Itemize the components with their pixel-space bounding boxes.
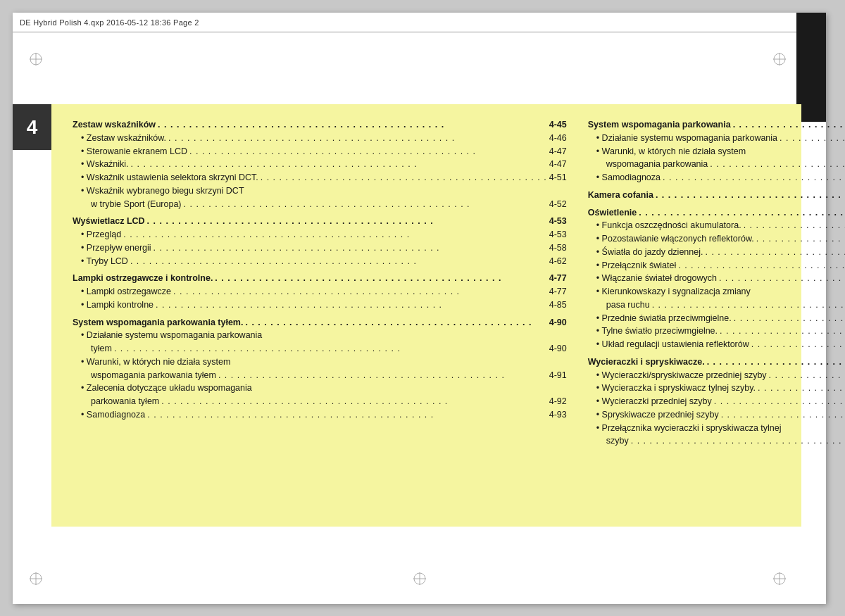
toc-dots: . . . . . . . . . . . . . . . . . . . . … bbox=[243, 316, 549, 329]
reg-mark-bottom-right bbox=[772, 571, 787, 586]
toc-label: • Pozostawianie włączonych reflektorów. bbox=[596, 232, 754, 246]
toc-label: • Wskaźnik ustawienia selektora skrzyni … bbox=[81, 171, 258, 184]
toc-label: • Zestaw wskaźników. bbox=[81, 132, 166, 145]
toc-entry: • Wskaźnik ustawienia selektora skrzyni … bbox=[73, 171, 567, 184]
toc-entry: • Sterowanie ekranem LCD. . . . . . . . … bbox=[73, 145, 567, 158]
toc-page: 4-45 bbox=[549, 118, 567, 132]
toc-label: • Przełącznika wycieraczki i spryskiwacz… bbox=[596, 422, 782, 435]
toc-dots: . . . . . . . . . . . . . . . . . . . . … bbox=[213, 272, 549, 285]
toc-label: • Zalecenia dotyczące układu wspomagania bbox=[81, 382, 252, 395]
toc-entry: • Przełącznika wycieraczki i spryskiwacz… bbox=[588, 422, 845, 435]
toc-label: • Wskaźnik wybranego biegu skrzyni DCT bbox=[81, 184, 244, 198]
right-column: System wspomagania parkowania. . . . . .… bbox=[588, 118, 845, 513]
toc-dots: . . . . . . . . . . . . . . . . . . . . … bbox=[159, 395, 549, 408]
toc-entry: tyłem. . . . . . . . . . . . . . . . . .… bbox=[73, 342, 567, 356]
toc-label: • Wycieraczki/spryskiwacze przedniej szy… bbox=[596, 369, 767, 382]
toc-dots: . . . . . . . . . . . . . . . . . . . . … bbox=[708, 158, 845, 171]
toc-entry: Wycieraczki i spryskiwacze.. . . . . . .… bbox=[588, 356, 845, 369]
toc-dots: . . . . . . . . . . . . . . . . . . . . … bbox=[718, 325, 845, 338]
toc-label: Zestaw wskaźników bbox=[73, 118, 156, 132]
chapter-number: 4 bbox=[27, 116, 38, 139]
toc-label: • Tryby LCD bbox=[81, 255, 128, 268]
header-bar: DE Hybrid Polish 4.qxp 2016-05-12 18:36 … bbox=[13, 13, 826, 32]
toc-page: 4-90 bbox=[549, 342, 567, 356]
toc-label: parkowania tyłem bbox=[91, 395, 159, 408]
toc-entry: • Tylne światło przeciwmgielne.. . . . .… bbox=[588, 325, 845, 338]
toc-entry: parkowania tyłem. . . . . . . . . . . . … bbox=[73, 395, 567, 408]
toc-dots: . . . . . . . . . . . . . . . . . . . . … bbox=[112, 342, 549, 356]
toc-dots: . . . . . . . . . . . . . . . . . . . . … bbox=[719, 408, 845, 422]
toc-page: 4-46 bbox=[549, 132, 567, 145]
left-column: Zestaw wskaźników. . . . . . . . . . . .… bbox=[73, 118, 567, 513]
toc-entry: Oświetlenie. . . . . . . . . . . . . . .… bbox=[588, 206, 845, 220]
toc-page: 4-90 bbox=[549, 316, 567, 329]
toc-label: • Funkcja oszczędności akumulatora. bbox=[596, 219, 741, 232]
toc-dots: . . . . . . . . . . . . . . . . . . . . … bbox=[653, 189, 845, 202]
toc-dots: . . . . . . . . . . . . . . . . . . . . … bbox=[145, 215, 549, 228]
toc-dots: . . . . . . . . . . . . . . . . . . . . … bbox=[676, 259, 845, 272]
toc-entry: szyby. . . . . . . . . . . . . . . . . .… bbox=[588, 434, 845, 448]
toc-label: • Przepływ energii bbox=[81, 241, 151, 255]
toc-entry: • Wycieraczka i spryskiwacz tylnej szyby… bbox=[588, 382, 845, 395]
toc-dots: . . . . . . . . . . . . . . . . . . . . … bbox=[637, 206, 845, 220]
toc-label: • Warunki, w których nie działa system bbox=[81, 356, 230, 369]
page: DE Hybrid Polish 4.qxp 2016-05-12 18:36 … bbox=[13, 13, 826, 604]
toc-page: 4-53 bbox=[549, 228, 567, 241]
toc-label: • Kierunkowskazy i sygnalizacja zmiany bbox=[596, 285, 751, 298]
toc-dots: . . . . . . . . . . . . . . . . . . . . … bbox=[754, 232, 845, 246]
header-text: DE Hybrid Polish 4.qxp 2016-05-12 18:36 … bbox=[20, 18, 199, 27]
toc-dots: . . . . . . . . . . . . . . . . . . . . … bbox=[705, 356, 845, 369]
toc-entry: System wspomagania parkowania. . . . . .… bbox=[588, 118, 845, 132]
toc-entry: Zestaw wskaźników. . . . . . . . . . . .… bbox=[73, 118, 567, 132]
toc-dots: . . . . . . . . . . . . . . . . . . . . … bbox=[717, 272, 845, 285]
toc-entry: • Zalecenia dotyczące układu wspomagania bbox=[73, 382, 567, 395]
toc-page: 4-77 bbox=[549, 285, 567, 298]
toc-entry: • Lampki ostrzegawcze. . . . . . . . . .… bbox=[73, 285, 567, 298]
toc-entry: w trybie Sport (Europa). . . . . . . . .… bbox=[73, 198, 567, 211]
toc-entry: • Funkcja oszczędności akumulatora.. . .… bbox=[588, 219, 845, 232]
toc-dots: . . . . . . . . . . . . . . . . . . . . … bbox=[156, 118, 549, 132]
toc-entry: • Działanie systemu wspomagania parkowan… bbox=[73, 329, 567, 342]
toc-entry: • Wskaźnik wybranego biegu skrzyni DCT bbox=[73, 184, 567, 198]
toc-entry: wspomagania parkowania. . . . . . . . . … bbox=[588, 158, 845, 171]
toc-entry: Lampki ostrzegawcze i kontrolne.. . . . … bbox=[73, 272, 567, 285]
toc-page: 4-47 bbox=[549, 145, 567, 158]
reg-mark-bottom-center bbox=[412, 571, 427, 586]
toc-label: Oświetlenie bbox=[588, 206, 637, 220]
toc-label: System wspomagania parkowania tyłem. bbox=[73, 316, 243, 329]
toc-entry: System wspomagania parkowania tyłem.. . … bbox=[73, 316, 567, 329]
toc-label: wspomagania parkowania tyłem bbox=[91, 369, 216, 382]
toc-dots: . . . . . . . . . . . . . . . . . . . . … bbox=[145, 408, 549, 422]
toc-label: • Samodiagnoza bbox=[596, 171, 661, 184]
toc-dots: . . . . . . . . . . . . . . . . . . . . … bbox=[703, 246, 845, 259]
toc-entry: • Samodiagnoza. . . . . . . . . . . . . … bbox=[588, 171, 845, 184]
toc-page: 4-62 bbox=[549, 255, 567, 268]
chapter-tab: 4 bbox=[13, 104, 51, 150]
toc-label: tyłem bbox=[91, 342, 112, 356]
toc-label: • Warunki, w których nie działa system bbox=[596, 145, 746, 158]
toc-label: pasa ruchu bbox=[606, 298, 650, 312]
toc-entry: • Lampki kontrolne. . . . . . . . . . . … bbox=[73, 298, 567, 312]
toc-dots: . . . . . . . . . . . . . . . . . . . . … bbox=[216, 369, 549, 382]
toc-label: • Przegląd bbox=[81, 228, 121, 241]
toc-label: • Wskaźniki. bbox=[81, 158, 129, 171]
toc-label: szyby bbox=[606, 434, 629, 448]
toc-label: • Lampki kontrolne bbox=[81, 298, 154, 312]
toc-entry: • Samodiagnoza. . . . . . . . . . . . . … bbox=[73, 408, 567, 422]
toc-label: • Wycieraczki przedniej szyby bbox=[596, 395, 712, 408]
toc-page: 4-47 bbox=[549, 158, 567, 171]
toc-label: • Samodiagnoza bbox=[81, 408, 145, 422]
toc-page: 4-58 bbox=[549, 241, 567, 255]
toc-label: wspomagania parkowania bbox=[606, 158, 708, 171]
toc-dots: . . . . . . . . . . . . . . . . . . . . … bbox=[128, 255, 549, 268]
toc-dots: . . . . . . . . . . . . . . . . . . . . … bbox=[258, 171, 549, 184]
toc-page: 4-51 bbox=[549, 171, 567, 184]
toc-label: • Przełącznik świateł bbox=[596, 259, 676, 272]
toc-entry: • Pozostawianie włączonych reflektorów..… bbox=[588, 232, 845, 246]
toc-dots: . . . . . . . . . . . . . . . . . . . . … bbox=[151, 241, 549, 255]
toc-label: Lampki ostrzegawcze i kontrolne. bbox=[73, 272, 213, 285]
toc-entry: wspomagania parkowania tyłem. . . . . . … bbox=[73, 369, 567, 382]
columns: Zestaw wskaźników. . . . . . . . . . . .… bbox=[73, 118, 780, 513]
toc-dots: . . . . . . . . . . . . . . . . . . . . … bbox=[777, 132, 845, 145]
toc-label: Wycieraczki i spryskiwacze. bbox=[588, 356, 705, 369]
